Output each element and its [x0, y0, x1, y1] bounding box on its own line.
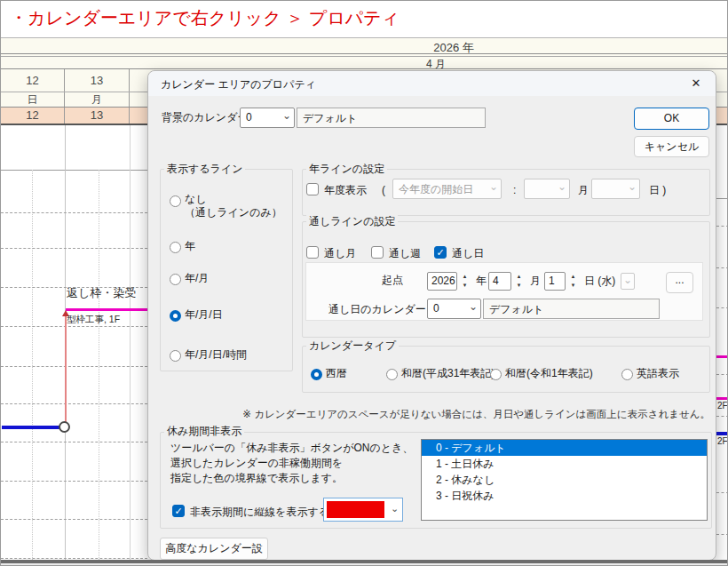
grid-dashed-line — [1, 481, 147, 482]
through-week-checkbox[interactable] — [371, 246, 384, 259]
through-line-group-title: 通しラインの設定 — [306, 215, 398, 227]
grid-dashed-line — [1, 366, 147, 367]
milestone-node[interactable] — [59, 421, 70, 433]
grid-dashed-line — [716, 374, 728, 375]
through-day-calendar-select[interactable]: 0 ⌄ — [427, 299, 481, 319]
radio-english-display-label[interactable]: 英語表示 — [637, 367, 679, 380]
holiday-hide-group-title: 休み期間非表示 — [164, 425, 244, 437]
grid-dashed-line — [716, 416, 728, 417]
day-close-suffix: 日 ) — [649, 184, 666, 197]
grid-dashed-line — [1, 212, 147, 213]
task-bar-magenta — [716, 355, 728, 358]
radio-none[interactable] — [170, 195, 181, 207]
list-item[interactable]: 1 - 土日休み — [422, 456, 707, 472]
spinner-down-icon[interactable]: ▾ — [513, 281, 525, 290]
fiscal-year-checkbox-label[interactable]: 年度表示 — [324, 184, 367, 197]
fiscal-year-checkbox[interactable] — [306, 183, 319, 195]
show-vertical-line-checkbox[interactable]: ✓ — [172, 505, 185, 517]
date-cell: 12 — [1, 108, 65, 124]
radio-western-calendar-label[interactable]: 西暦 — [326, 367, 347, 380]
line-color-select[interactable]: ⌄ — [323, 498, 403, 522]
floor-label: 2F — [717, 401, 728, 411]
list-item[interactable]: 3 - 日祝休み — [422, 488, 707, 504]
radio-english-display[interactable] — [621, 369, 633, 380]
ok-button[interactable]: OK — [634, 108, 709, 130]
holiday-description-line: 指定した色の境界線で表示します。 — [170, 472, 343, 485]
fiscal-start-day-select[interactable]: 今年度の開始日 ⌄ — [392, 179, 502, 199]
origin-more-button[interactable]: ... — [666, 272, 693, 293]
grid-dashed-line — [716, 226, 728, 227]
origin-year-stepper[interactable]: ▴ ▾ — [459, 272, 471, 291]
chevron-down-icon: ⌄ — [282, 109, 291, 122]
through-day-calendar-label: 通し日のカレンダー — [328, 303, 426, 316]
radio-japanese-reiwa-label[interactable]: 和暦(令和1年表記) — [505, 367, 593, 380]
grid-column-line — [130, 125, 131, 566]
origin-month-input[interactable]: 4 — [488, 272, 511, 291]
radio-none-label[interactable]: なし — [185, 193, 207, 206]
chevron-down-icon: ⌄ — [469, 300, 478, 313]
through-day-checkbox-label[interactable]: 通し日 — [452, 247, 484, 260]
screenshot-root: ・カレンダーエリアで右クリック ＞ プロパティ 2026 年 4 月 12 13… — [0, 0, 728, 566]
day-cell: 12 — [1, 69, 65, 92]
origin-day-input[interactable]: 1 — [544, 272, 566, 291]
background-calendar-select[interactable]: 0 ⌄ — [240, 108, 295, 128]
origin-year-input[interactable]: 2026 — [427, 272, 457, 291]
through-month-checkbox-label[interactable]: 通し月 — [324, 247, 356, 260]
task-label: 返し枠・染受 — [67, 285, 136, 301]
calendar-month-row: 4 月 — [1, 57, 728, 69]
radio-western-calendar[interactable] — [311, 369, 322, 380]
fiscal-day-select[interactable]: ⌄ — [591, 179, 640, 199]
radio-year-month-day-time-label[interactable]: 年/月/日/時間 — [185, 348, 247, 362]
open-paren: ( — [382, 184, 385, 197]
radio-japanese-reiwa[interactable] — [490, 369, 502, 380]
spinner-up-icon[interactable]: ▴ — [567, 272, 579, 281]
radio-year-month-day-label[interactable]: 年/月/日 — [185, 308, 223, 322]
radio-japanese-heisei-label[interactable]: 和暦(平成31年表記) — [401, 367, 495, 380]
advanced-calendar-settings-button[interactable]: 高度なカレンダー設定 — [160, 538, 268, 560]
dialog-titlebar[interactable]: カレンダー エリアのプロパティ ✕ — [148, 71, 716, 96]
radio-japanese-heisei[interactable] — [386, 369, 398, 380]
radio-year-month-day-time[interactable] — [170, 350, 181, 362]
grid-dashed-line — [716, 492, 728, 493]
spinner-down-icon[interactable]: ▾ — [459, 281, 471, 290]
chevron-down-icon: ⌄ — [489, 180, 498, 193]
list-item[interactable]: 2 - 休みなし — [422, 472, 707, 488]
spinner-up-icon[interactable]: ▴ — [459, 272, 471, 281]
chevron-down-icon: ⌄ — [387, 498, 402, 521]
spinner-down-icon[interactable]: ▾ — [567, 281, 579, 290]
calendar-listbox[interactable]: 0 - デフォルト 1 - 土日休み 2 - 休みなし 3 - 日祝休み — [421, 439, 708, 521]
fiscal-month-select[interactable]: ⌄ — [524, 179, 570, 199]
grid-line — [716, 198, 728, 199]
through-day-checkbox[interactable]: ✓ — [434, 246, 447, 259]
grid-dashed-line — [1, 403, 147, 404]
grid-dashed-line — [716, 267, 728, 268]
radio-year-label[interactable]: 年 — [185, 240, 195, 253]
space-shortage-note: ※ カレンダーエリアのスペースが足りない場合には、月日や通しラインは画面上に表示… — [148, 408, 710, 421]
task-bar-magenta — [66, 308, 152, 311]
grid-dashed-line — [1, 248, 147, 249]
dialog-title: カレンダー エリアのプロパティ — [161, 77, 316, 92]
year-line-group-title: 年ラインの設定 — [306, 163, 387, 175]
origin-month-stepper[interactable]: ▴ ▾ — [513, 272, 525, 291]
holiday-description-line: 選択したカレンダーの非稼働期間を — [170, 457, 343, 470]
task-bar-blue — [716, 432, 728, 435]
radio-year[interactable] — [170, 242, 181, 253]
colon-separator: : — [513, 184, 516, 197]
origin-weekday-select[interactable]: ⌄ — [621, 273, 635, 290]
display-line-group-title: 表示するライン — [164, 163, 245, 175]
task-bar-blue — [2, 426, 59, 429]
origin-day-stepper[interactable]: ▴ ▾ — [567, 272, 579, 291]
day-cell: 13 — [65, 69, 130, 92]
radio-year-month[interactable] — [170, 274, 181, 285]
weekday-cell: 月 — [65, 92, 130, 107]
cancel-button[interactable]: キャンセル — [634, 136, 709, 157]
through-week-checkbox-label[interactable]: 通し週 — [389, 247, 421, 260]
floor-label: 2F — [717, 436, 728, 446]
through-month-checkbox[interactable] — [306, 246, 319, 259]
list-item[interactable]: 0 - デフォルト — [422, 440, 707, 456]
spinner-up-icon[interactable]: ▴ — [513, 272, 525, 281]
radio-year-month-day[interactable] — [170, 310, 181, 322]
close-icon[interactable]: ✕ — [685, 75, 707, 92]
radio-year-month-label[interactable]: 年/月 — [185, 272, 209, 285]
show-vertical-line-checkbox-label[interactable]: 非表示期間に縦線を表示する — [190, 506, 329, 519]
